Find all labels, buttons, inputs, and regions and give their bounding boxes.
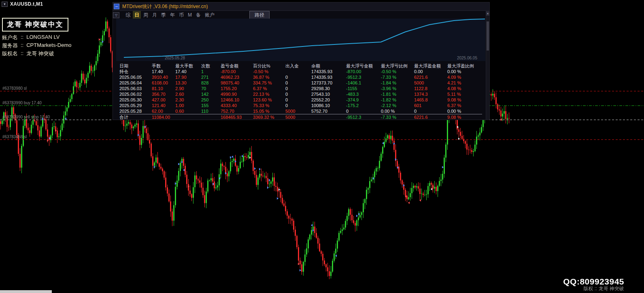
account-value: LONGSAN LV [26,34,60,41]
table-cell: -374.9 [346,97,381,103]
table-cell: 62.00 [152,108,175,114]
table-cell: 174335.93 [311,74,346,80]
panel-scrollbar[interactable]: ▲ [486,11,489,120]
table-cell: 4.08 % [447,86,482,91]
tab-币[interactable]: 币 [177,11,185,19]
tab-日[interactable]: 日 [133,11,141,19]
table-cell: 17.90 [175,74,201,80]
order-line-label: #63783990 sell stop 17.40 [2,115,50,119]
tab-账户[interactable]: 账户 [203,11,216,19]
path-button[interactable]: 路径 [249,11,270,19]
total-cell: 6221.6 [414,114,447,120]
column-header: 出入金 [285,63,311,69]
chart-symbol-title: XAUUSD.t,M1 [10,1,43,7]
account-label: 账户名 [2,34,18,41]
total-cell: 5000 [285,114,311,120]
column-header: 手数 [152,63,175,69]
table-cell: 2025.06.05 [119,74,152,80]
table-cell: 2025.06.03 [119,86,152,91]
order-line-label: #63783458 sl [2,135,27,139]
panel-window-icon[interactable]: ─ [114,4,119,9]
chart-title-bar: ▼ XAUUSD.t,M1 [0,0,43,8]
table-cell: 2.60 [175,91,201,97]
table-cell: -1406.1 [346,80,381,86]
separator: :: [21,42,23,49]
chart-menu-icon[interactable]: ▼ [2,2,8,7]
table-cell: 36.87 % [253,74,285,80]
order-line[interactable] [0,139,644,140]
column-header: 盈亏金额 [221,63,253,69]
table-cell: 0 [285,80,311,86]
table-cell: 6221.6 [414,74,447,80]
table-cell: -1155 [346,86,381,91]
column-header: 最大浮盈比例 [447,63,482,69]
table-cell: 2025.06.02 [119,91,152,97]
tab-综[interactable]: 综 [124,11,132,19]
stats-panel: ─ MTDriver统计 ,V3.06 (http://mtdriver.cn)… [113,2,490,120]
footer-copyright: 版权 :: 龙哥 神突破 [583,285,624,292]
table-cell: 46962.23 [221,74,253,80]
table-cell: 0 [285,91,311,97]
table-cell [285,69,311,74]
table-cell: 持仓 [119,69,152,74]
total-cell: 合计 [119,114,152,120]
table-cell: 1 [201,69,221,74]
table-cell: -3.96 % [381,86,414,91]
separator: :: [21,50,23,57]
table-cell: 356.70 [152,91,175,97]
column-header: 百分比% [253,63,285,69]
tab-季[interactable]: 季 [159,11,168,19]
table-cell: -0.50 % [253,69,285,74]
table-cell: 22552.20 [311,97,346,103]
total-cell [175,114,201,120]
stats-panel-titlebar[interactable]: ─ MTDriver统计 ,V3.06 (http://mtdriver.cn) [113,2,489,11]
table-cell: 1374.3 [414,91,447,97]
table-cell: 10086.10 [311,103,346,108]
table-cell: 2025.05.29 [119,103,152,108]
column-header: 最大浮亏金额 [346,63,381,69]
table-cell: 4.21 % [447,80,482,86]
table-cell: 70 [201,86,221,91]
scroll-up-icon[interactable]: ▲ [486,11,489,16]
table-cell: 174335.93 [311,69,346,74]
table-cell: 0 [285,97,311,103]
table-cell: 121.40 [152,103,175,108]
horizontal-scrollbar[interactable] [0,290,52,293]
table-cell: -1.84 % [381,80,414,86]
table-cell: 1122.8 [414,86,447,91]
table-cell: 2025.05.30 [119,97,152,103]
stats-tabs: ▽ 综日周月季年币M备账户路径 [113,11,485,19]
tab-月[interactable]: 月 [151,11,159,19]
tab-周[interactable]: 周 [142,11,150,19]
table-cell: 81.10 [152,86,175,91]
table-cell: 29298.30 [311,86,346,91]
table-cell: -1.82 % [381,97,414,103]
table-cell: 0 [414,108,447,114]
tab-年[interactable]: 年 [168,11,176,19]
table-cell: -870.00 [221,69,253,74]
equity-chart: 2025.05.28 2025.06.05 [116,19,485,61]
table-cell: 17.40 [175,69,201,74]
equity-start-date: 2025.05.28 [165,56,185,60]
table-cell: 5000 [414,80,447,86]
table-cell: 2.30 [175,97,201,103]
table-cell: 4990.90 [221,91,253,97]
trading-terminal: #63783980 sl#63783990 buy 17.40#63783990… [0,0,644,293]
table-cell: 6108.00 [152,80,175,86]
table-cell: 1755.20 [221,86,253,91]
table-cell: 0.00 [414,69,447,74]
table-cell: 75.33 % [253,103,285,108]
collapse-icon[interactable]: ▽ [113,12,119,18]
table-cell: 271 [201,74,221,80]
table-cell: 6.37 % [447,103,482,108]
total-cell [311,114,346,120]
tab-备[interactable]: 备 [194,11,202,19]
tab-M[interactable]: M [186,11,193,19]
scrollbar-thumb[interactable] [487,21,489,51]
table-cell: 828 [201,80,221,86]
total-cell: 11084.00 [152,114,175,120]
table-cell: -2.12 % [381,103,414,108]
table-cell: 250 [201,97,221,103]
order-line-label: #63783980 sl [2,86,27,91]
stats-table: 日期手数最大手数次数盈亏金额百分比%出入金余额最大浮亏金额最大浮亏比例最大浮盈金… [119,63,482,120]
